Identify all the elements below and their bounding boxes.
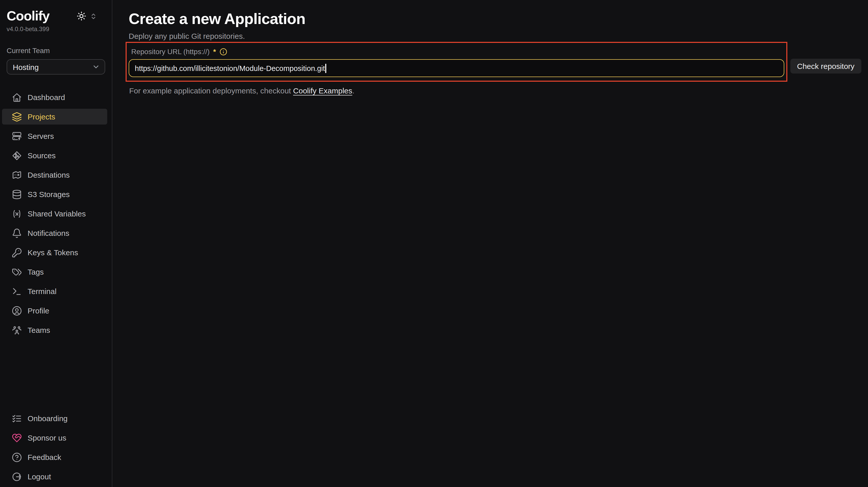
sidebar-item-label: Logout [28,472,51,481]
info-icon[interactable] [220,48,227,56]
coolify-app: Coolify v4.0.0-beta.399 Current Team Hos… [0,0,868,487]
page-subtitle: Deploy any public Git repositories. [129,32,868,41]
variable-icon [12,208,22,219]
chevrons-up-down-icon[interactable] [90,12,97,20]
sidebar-item-label: Profile [28,306,49,315]
team-select[interactable]: Hosting [7,59,105,74]
user-icon [12,305,22,316]
annotation-highlight-box: Repository URL (https://) * https://gith… [126,42,787,82]
checklist-icon [12,413,22,423]
sidebar-item-feedback[interactable]: Feedback [2,449,107,465]
current-team-section: Current Team Hosting [0,46,112,74]
layers-icon [12,111,22,122]
help-icon [12,452,22,462]
home-icon [12,92,22,102]
sidebar-header: Coolify v4.0.0-beta.399 [0,0,112,33]
sidebar-item-destinations[interactable]: Destinations [2,167,107,183]
sidebar-item-sources[interactable]: Sources [2,148,107,163]
sidebar-item-label: Shared Variables [28,209,86,218]
database-icon [12,189,22,199]
sidebar-item-label: Dashboard [28,93,65,102]
sidebar-item-shared-variables[interactable]: Shared Variables [2,206,107,222]
repository-url-value: https://github.com/illicitestonion/Modul… [135,64,325,72]
main-content: Create a new Application Deploy any publ… [112,0,868,487]
sidebar-item-label: Teams [28,326,50,334]
coolify-examples-link[interactable]: Coolify Examples [293,87,352,95]
sidebar-item-label: Sponsor us [28,433,66,442]
theme-toggle-sun-icon[interactable] [76,11,86,21]
repository-url-label: Repository URL (https://) [131,48,210,56]
sidebar-item-logout[interactable]: Logout [2,468,107,484]
sidebar-item-dashboard[interactable]: Dashboard [2,89,107,105]
page-title: Create a new Application [129,10,868,28]
text-caret [326,64,326,73]
key-icon [12,247,22,258]
sidebar-item-onboarding[interactable]: Onboarding [2,411,107,426]
sidebar-item-label: Terminal [28,287,56,296]
repository-url-label-row: Repository URL (https://) * [129,48,784,56]
server-icon [12,131,22,141]
app-logo: Coolify [7,8,50,24]
sidebar-item-keys-tokens[interactable]: Keys & Tokens [2,245,107,260]
sidebar-item-projects[interactable]: Projects [2,109,107,125]
app-version: v4.0.0-beta.399 [7,26,105,33]
sidebar-item-s3-storages[interactable]: S3 Storages [2,186,107,202]
required-marker: * [213,48,216,56]
repository-url-input[interactable]: https://github.com/illicitestonion/Modul… [129,60,784,77]
users-icon [12,325,22,335]
sidebar-item-tags[interactable]: Tags [2,264,107,280]
repository-form-row: Repository URL (https://) * https://gith… [126,42,868,82]
sidebar-item-label: Destinations [28,170,70,179]
check-repository-button[interactable]: Check repository [790,59,861,74]
sidebar-item-label: Onboarding [28,414,68,423]
sidebar-item-label: Sources [28,151,56,160]
current-team-label: Current Team [7,46,105,55]
sidebar-item-label: Projects [28,112,55,121]
sidebar-item-notifications[interactable]: Notifications [2,225,107,241]
sidebar-item-label: Feedback [28,453,61,461]
map-icon [12,170,22,180]
sidebar-item-terminal[interactable]: Terminal [2,283,107,299]
terminal-icon [12,286,22,296]
sidebar-item-label: Notifications [28,229,69,237]
sidebar: Coolify v4.0.0-beta.399 Current Team Hos… [0,0,112,487]
git-icon [12,150,22,161]
bell-icon [12,228,22,238]
sidebar-item-servers[interactable]: Servers [2,128,107,144]
helper-text: For example application deployments, che… [129,87,868,95]
sidebar-nav: DashboardProjectsServersSourcesDestinati… [0,89,112,338]
chevron-down-icon [92,63,100,71]
sidebar-item-label: Tags [28,267,44,276]
sidebar-spacer [0,338,112,411]
helper-prefix: For example application deployments, che… [129,87,293,95]
sidebar-item-profile[interactable]: Profile [2,303,107,319]
sidebar-item-label: Servers [28,132,54,140]
sidebar-item-label: Keys & Tokens [28,248,78,257]
sidebar-item-sponsor-us[interactable]: Sponsor us [2,430,107,446]
sidebar-item-label: S3 Storages [28,190,70,199]
sidebar-footer-nav: OnboardingSponsor usFeedbackLogout [0,411,112,484]
team-select-value: Hosting [13,63,39,71]
heart-icon [12,433,22,443]
helper-suffix: . [352,87,354,95]
sidebar-item-teams[interactable]: Teams [2,322,107,338]
tags-icon [12,267,22,277]
logout-icon [12,472,22,482]
